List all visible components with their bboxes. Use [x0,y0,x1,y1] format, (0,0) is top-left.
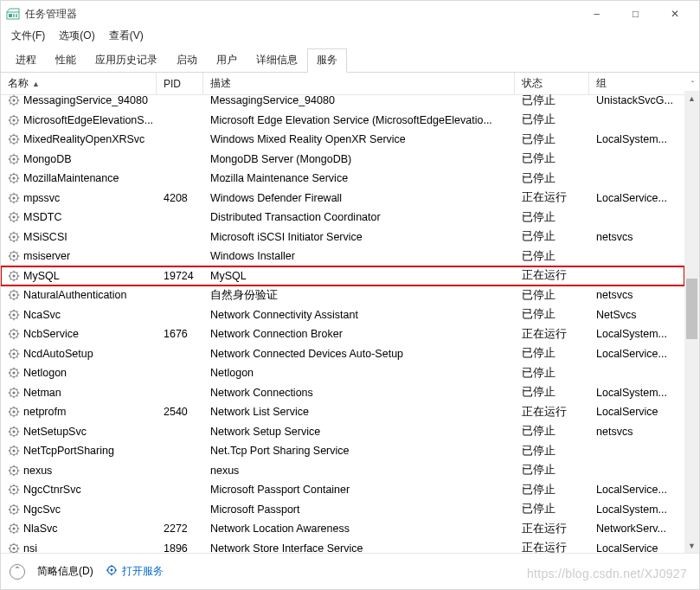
service-gear-icon [8,114,20,126]
svg-line-33 [16,136,17,137]
table-row[interactable]: MSDTCDistributed Transaction Coordinator… [1,208,684,228]
table-row[interactable]: NetmanNetwork Connections已停止LocalSystem.… [1,383,684,403]
table-row[interactable]: MozillaMaintenanceMozilla Maintenance Se… [1,169,684,189]
tab-2[interactable]: 应用历史记录 [86,48,167,73]
tab-6[interactable]: 服务 [307,48,347,73]
svg-line-171 [16,414,17,415]
tab-4[interactable]: 用户 [207,48,247,73]
tab-0[interactable]: 进程 [6,48,46,73]
menu-file[interactable]: 文件(F) [6,27,50,45]
service-gear-icon [8,465,20,477]
minimize-button[interactable]: – [577,1,616,27]
service-name: NaturalAuthentication [23,289,127,301]
service-status: 已停止 [515,502,589,516]
vertical-scrollbar[interactable]: ▲ ▼ [684,91,699,553]
service-gear-icon [8,523,20,535]
table-row[interactable]: NcdAutoSetupNetwork Connected Devices Au… [1,344,684,364]
scroll-up-icon[interactable]: ▲ [684,91,699,106]
table-row[interactable]: MessagingService_94080MessagingService_9… [1,91,684,111]
tab-3[interactable]: 启动 [167,48,207,73]
service-gear-icon [8,348,20,360]
table-row[interactable]: MixedRealityOpenXRSvcWindows Mixed Reali… [1,130,684,150]
svg-line-220 [10,505,11,506]
service-pid: 4208 [157,192,203,204]
table-row[interactable]: NlaSvc2272Network Location Awareness正在运行… [1,519,684,539]
svg-point-95 [12,274,15,277]
svg-line-191 [16,453,17,454]
svg-point-125 [12,333,15,336]
svg-line-141 [16,356,17,357]
service-name: NgcSvc [23,503,61,516]
scrollbar-track[interactable] [684,106,699,538]
open-services-label: 打开服务 [122,564,164,579]
service-pid: 19724 [157,270,203,282]
svg-line-73 [16,214,17,215]
table-row[interactable]: NaturalAuthentication自然身份验证已停止netsvcs [1,285,684,305]
table-row[interactable]: NcaSvcNetwork Connectivity Assistant已停止N… [1,305,684,325]
svg-line-83 [16,233,17,234]
svg-point-235 [12,547,15,549]
table-row[interactable]: mpssvc4208Windows Defender Firewall正在运行L… [1,189,684,208]
svg-line-132 [10,337,11,337]
close-button[interactable]: ✕ [655,1,694,27]
service-name: msiserver [23,250,70,262]
service-gear-icon [8,426,20,438]
svg-line-23 [16,116,17,117]
scroll-down-icon[interactable]: ▼ [684,538,699,553]
svg-line-221 [16,512,17,513]
svg-line-222 [10,512,11,513]
svg-line-22 [10,123,11,124]
table-row[interactable]: netprofm2540Network List Service正在运行Loca… [1,402,684,422]
svg-line-163 [16,388,17,389]
service-status: 正在运行 [515,268,589,283]
tab-5[interactable]: 详细信息 [247,48,307,73]
table-row[interactable]: MongoDBMongoDB Server (MongoDB)已停止 [1,150,684,170]
open-services-link[interactable]: 打开服务 [106,564,164,579]
table-row[interactable]: MySQL19724MySQL正在运行 [1,266,684,286]
table-row[interactable]: NgcSvcMicrosoft Passport已停止LocalSystem..… [1,500,684,520]
table-row[interactable]: msiserverWindows Installer已停止 [1,247,684,266]
table-row[interactable]: NetlogonNetlogon已停止 [1,363,684,383]
table-row[interactable]: MSiSCSIMicrosoft iSCSI Initiator Service… [1,228,684,247]
service-description: Mozilla Maintenance Service [203,172,515,184]
svg-line-120 [10,311,11,311]
service-status: 已停止 [515,463,589,478]
window-titlebar: 任务管理器 – □ ✕ [1,1,699,27]
svg-point-85 [12,255,15,258]
table-row[interactable]: NetSetupSvcNetwork Setup Service已停止netsv… [1,422,684,442]
chevron-up-circle-icon[interactable]: ˆ [10,564,25,580]
service-status: 正在运行 [515,541,589,553]
svg-line-100 [10,272,11,273]
service-name: NcbService [23,328,79,340]
table-row[interactable]: NgcCtnrSvcMicrosoft Passport Container已停… [1,480,684,500]
table-row[interactable]: MicrosoftEdgeElevationS...Microsoft Edge… [1,111,684,131]
service-description: 自然身份验证 [203,288,515,303]
menu-options[interactable]: 选项(O) [54,27,100,45]
svg-point-255 [110,569,112,572]
service-group: netsvcs [589,231,684,243]
service-gear-icon [8,484,20,496]
service-status: 正在运行 [515,405,589,420]
svg-line-40 [10,155,11,156]
svg-point-205 [12,489,15,491]
sort-indicator-icon: ▲ [32,80,40,88]
table-row[interactable]: NetTcpPortSharingNet.Tcp Port Sharing Se… [1,441,684,461]
svg-line-13 [16,97,17,98]
fewer-details-link[interactable]: 简略信息(D) [37,564,93,579]
service-gear-icon [8,503,20,516]
tab-1[interactable]: 性能 [46,48,86,73]
scrollbar-thumb[interactable] [686,279,697,339]
svg-line-43 [16,155,17,156]
service-pid: 1676 [157,328,203,340]
maximize-button[interactable]: □ [616,1,655,27]
svg-line-62 [10,201,11,202]
table-row[interactable]: NcbService1676Network Connection Broker正… [1,324,684,344]
svg-line-200 [10,466,11,467]
service-name: NetSetupSvc [23,426,87,438]
service-description: MySQL [203,270,515,282]
table-row[interactable]: nsi1896Network Store Interface Service正在… [1,539,684,554]
menu-view[interactable]: 查看(V) [104,27,149,45]
svg-point-215 [12,508,15,510]
svg-line-121 [16,317,17,318]
table-row[interactable]: nexusnexus已停止 [1,461,684,481]
